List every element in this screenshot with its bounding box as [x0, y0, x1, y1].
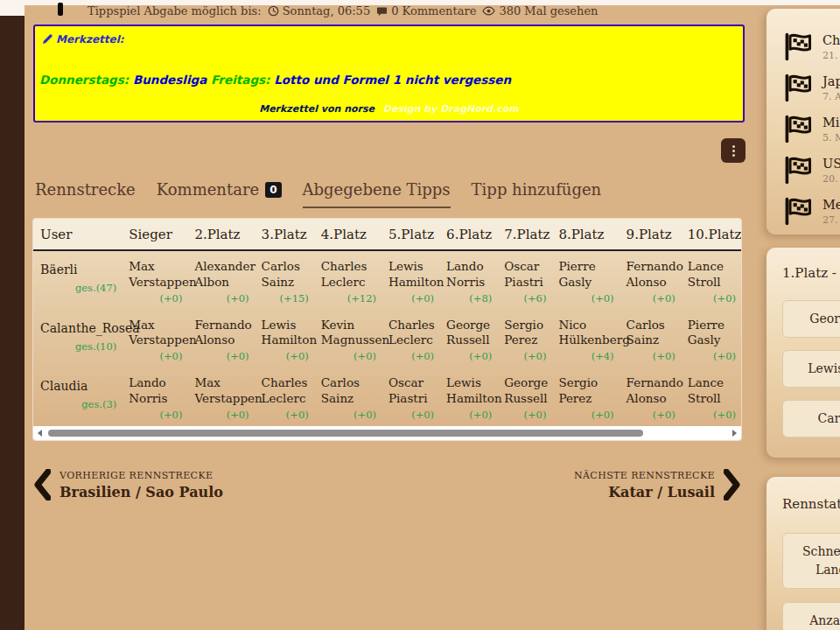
pick-points: (+15)	[262, 292, 311, 304]
pick-cell: Fernando Alonso(+0)	[187, 310, 254, 368]
pick-cell: Oscar Piastri(+0)	[382, 368, 439, 426]
column-header: 6.Platz	[439, 219, 497, 250]
pick-points: (+0)	[388, 409, 436, 421]
pick-points: (+0)	[129, 350, 184, 362]
deadline-value: Sonntag, 06:55	[268, 4, 371, 18]
tab-tipp-hinzufuegen[interactable]: Tipp hinzufügen	[472, 180, 602, 206]
chevron-left-icon	[33, 469, 51, 500]
driver-name: Fernando Alonso	[626, 375, 677, 407]
podium-option-button[interactable]: Carlos Sainz	[782, 400, 840, 438]
pick-points: (+8)	[446, 292, 494, 304]
podium-panel-title: 1.Platz - 3.Platz	[782, 265, 840, 281]
driver-name: Pierre Gasly	[558, 259, 615, 290]
driver-name: Pierre Gasly	[688, 318, 738, 349]
race-stat-button[interactable]: Anzahl Runden	[782, 602, 840, 630]
prev-race-label: VORHERIGE RENNSTRECKE	[60, 470, 223, 481]
scroll-left-arrow[interactable]	[38, 430, 42, 437]
scrollbar-thumb[interactable]	[48, 430, 643, 437]
design-credit-link[interactable]: Design by DragNord.com	[383, 103, 519, 115]
tips-table-container: UserSieger2.Platz3.Platz4.Platz5.Platz6.…	[33, 219, 741, 440]
sidebar-race-item[interactable]: China21. April	[766, 26, 840, 67]
pick-cell: Lando Norris(+0)	[122, 368, 187, 426]
race-title: China	[822, 33, 840, 47]
pick-cell: Charles Leclerc(+0)	[382, 310, 439, 368]
pick-cell: Fernando Alonso(+0)	[620, 250, 681, 310]
user-cell: Bäerliges.(47)	[33, 250, 122, 310]
sidebar-race-item[interactable]: Miami5. Mai	[766, 108, 840, 150]
pick-points: (+0)	[446, 409, 494, 421]
scroll-right-arrow[interactable]	[732, 430, 737, 437]
tips-table-header-row: UserSieger2.Platz3.Platz4.Platz5.Platz6.…	[33, 219, 741, 250]
user-name[interactable]: Bäerli	[40, 262, 118, 276]
driver-name: Kevin Magnussen	[321, 318, 378, 349]
pick-points: (+12)	[321, 292, 378, 304]
prev-race-link[interactable]: VORHERIGE RENNSTRECKE Brasilien / Sao Pa…	[33, 469, 223, 500]
pick-cell: Lewis Hamilton(+0)	[439, 368, 497, 426]
driver-name: Lewis Hamilton	[446, 375, 494, 407]
driver-name: Carlos Sainz	[262, 259, 311, 290]
deadline-label: Tippspiel Abgabe möglich bis:	[88, 4, 262, 18]
driver-name: Charles Leclerc	[321, 259, 378, 290]
next-race-link[interactable]: NÄCHSTE RENNSTRECKE Katar / Lusail	[574, 469, 741, 500]
sidebar-race-item[interactable]: Mexiko27. Oktober	[766, 191, 840, 232]
pencil-icon	[42, 34, 52, 45]
pick-cell: Lance Stroll(+0)	[681, 250, 741, 310]
race-stat-button[interactable]: Schnellste RundeLando Norris	[782, 533, 840, 589]
driver-name: Lance Stroll	[688, 259, 738, 290]
comment-icon	[376, 6, 388, 17]
note-text-segment: Lotto und Formel 1 nicht vergessen	[270, 73, 511, 87]
driver-name: Sergio Perez	[558, 375, 615, 407]
column-header: 9.Platz	[620, 219, 681, 250]
driver-name: Sergio Perez	[504, 318, 548, 349]
merkzettel-credits: Merkzettel von norse Design by DragNord.…	[35, 103, 743, 115]
column-header: 4.Platz	[314, 219, 382, 250]
chevron-right-icon	[724, 469, 741, 500]
podium-option-button[interactable]: George Russell	[782, 300, 840, 338]
tab-rennstrecke[interactable]: Rennstrecke	[35, 180, 136, 206]
user-cell: Calanthe_Roseages.(10)	[33, 310, 122, 368]
more-options-button[interactable]	[721, 138, 746, 163]
pick-cell: Carlos Sainz(+0)	[314, 368, 382, 426]
race-texts: Mexiko27. Oktober	[822, 198, 840, 226]
sidebar-race-item[interactable]: Japan7. April	[766, 67, 840, 108]
user-name[interactable]: Claudia	[40, 379, 118, 393]
race-texts: China21. April	[822, 33, 840, 61]
pick-cell: Sergio Perez(+0)	[497, 310, 551, 368]
checkered-flag-icon	[782, 196, 814, 228]
prev-race-name: Brasilien / Sao Paulo	[60, 484, 223, 500]
pick-points: (+0)	[688, 350, 738, 362]
tab-abgegebene-tipps[interactable]: Abgegebene Tipps	[303, 180, 451, 208]
eye-icon	[482, 6, 495, 16]
pick-points: (+0)	[688, 409, 738, 421]
pick-points: (+0)	[504, 350, 548, 362]
race-date: 27. Oktober	[822, 214, 840, 226]
driver-name: Max Verstappen	[129, 259, 184, 290]
sidebar-race-item[interactable]: USA20. Oktober	[766, 150, 840, 191]
pick-cell: George Russell(+0)	[497, 368, 551, 426]
column-header: 10.Platz	[681, 219, 741, 250]
horizontal-scrollbar[interactable]	[33, 426, 741, 440]
pick-points: (+0)	[626, 292, 677, 304]
driver-name: Carlos Sainz	[321, 375, 378, 407]
driver-name: Alexander Albon	[194, 259, 250, 290]
checkered-flag-icon	[782, 114, 814, 145]
race-date: 21. April	[822, 50, 840, 61]
pick-points: (+0)	[262, 350, 311, 362]
user-name[interactable]: Calanthe_Rosea	[40, 321, 118, 335]
note-text-segment: Bundesliga	[129, 73, 211, 87]
driver-name: Lewis Hamilton	[262, 318, 311, 349]
column-header: 8.Platz	[551, 219, 619, 250]
stat-button-line: Schnellste Runde	[787, 542, 840, 561]
pick-points: (+0)	[388, 292, 436, 304]
pick-points: (+0)	[194, 409, 250, 421]
driver-name: Lewis Hamilton	[388, 259, 436, 290]
tab-kommentare[interactable]: Kommentare 0	[157, 180, 282, 206]
pick-cell: Max Verstappen(+0)	[187, 368, 254, 426]
race-title: Japan	[822, 74, 840, 88]
column-header: 7.Platz	[497, 219, 551, 250]
pick-cell: Nico Hülkenberg(+4)	[551, 310, 619, 368]
race-date: 7. April	[822, 91, 840, 102]
pick-cell: George Russell(+0)	[439, 310, 497, 368]
podium-option-button[interactable]: Lewis Hamilton	[782, 350, 840, 388]
pick-points: (+0)	[558, 292, 615, 304]
